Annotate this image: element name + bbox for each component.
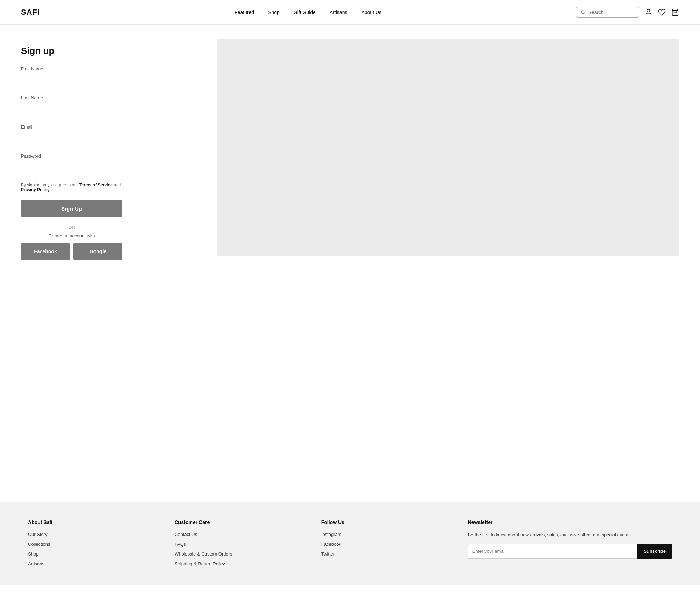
email-label: Email xyxy=(21,124,196,130)
footer-follow-links: Instagram Facebook Twitter xyxy=(321,531,457,557)
newsletter-description: Be the first to know about new arrivals,… xyxy=(468,531,672,538)
footer-link-shipping[interactable]: Shipping & Return Policy xyxy=(175,561,311,566)
footer-link-our-story[interactable]: Our Story xyxy=(28,531,164,537)
password-group: Password xyxy=(21,153,196,175)
user-icon xyxy=(645,8,652,16)
signup-image xyxy=(217,39,679,256)
footer-about-links: Our Story Collections Shop Artisans xyxy=(28,531,164,566)
footer-link-faqs[interactable]: FAQs xyxy=(175,541,311,547)
footer-link-shop[interactable]: Shop xyxy=(28,551,164,557)
email-group: Email xyxy=(21,124,196,146)
signup-form-side: Sign up First Name Last Name Email Passw… xyxy=(21,39,196,481)
footer-newsletter-heading: Newsletter xyxy=(468,519,672,525)
page-title: Sign up xyxy=(21,46,196,56)
footer-customer-care-links: Contact Us FAQs Wholesale & Custom Order… xyxy=(175,531,311,566)
footer-link-collections[interactable]: Collections xyxy=(28,541,164,547)
nav-item-about-us[interactable]: About Us xyxy=(361,9,382,15)
nav-item-featured[interactable]: Featured xyxy=(234,9,254,15)
privacy-policy-link[interactable]: Privacy Policy xyxy=(21,187,49,192)
main-content: Sign up First Name Last Name Email Passw… xyxy=(0,25,700,502)
footer-follow-heading: Follow Us xyxy=(321,519,457,525)
account-icon-button[interactable] xyxy=(645,8,652,16)
newsletter-subscribe-button[interactable]: Subscribe xyxy=(637,544,672,559)
search-icon xyxy=(581,9,586,15)
footer-link-facebook[interactable]: Facebook xyxy=(321,541,457,547)
terms-text: By signing up you agree to our Terms of … xyxy=(21,182,122,192)
divider-line-left xyxy=(21,227,64,227)
nav-list: Featured Shop Gift Guide Artisans About … xyxy=(234,9,382,15)
footer-newsletter: Newsletter Be the first to know about ne… xyxy=(468,519,672,571)
footer-link-artisans[interactable]: Artisans xyxy=(28,561,164,566)
social-buttons: Facebook Google xyxy=(21,243,122,260)
google-button[interactable]: Google xyxy=(74,243,122,260)
wishlist-icon-button[interactable] xyxy=(658,8,666,16)
newsletter-form: Subscribe xyxy=(468,544,672,559)
site-header: SAFI Featured Shop Gift Guide Artisans A… xyxy=(0,0,700,25)
first-name-input[interactable] xyxy=(21,74,122,88)
footer-customer-care-heading: Customer Care xyxy=(175,519,311,525)
footer-grid: About Safi Our Story Collections Shop Ar… xyxy=(28,519,672,571)
bag-icon xyxy=(671,8,679,16)
nav-item-gift-guide[interactable]: Gift Guide xyxy=(294,9,316,15)
nav-item-artisans[interactable]: Artisans xyxy=(330,9,348,15)
footer-link-instagram[interactable]: Instagram xyxy=(321,531,457,537)
password-label: Password xyxy=(21,153,196,159)
site-logo[interactable]: SAFI xyxy=(21,8,40,17)
create-account-text: Create an account with xyxy=(21,233,122,239)
site-footer: About Safi Our Story Collections Shop Ar… xyxy=(0,502,700,585)
svg-point-2 xyxy=(647,9,650,12)
facebook-button[interactable]: Facebook xyxy=(21,243,70,260)
footer-link-wholesale[interactable]: Wholesale & Custom Orders xyxy=(175,551,311,557)
footer-customer-care: Customer Care Contact Us FAQs Wholesale … xyxy=(175,519,311,571)
last-name-group: Last Name xyxy=(21,95,196,117)
email-input[interactable] xyxy=(21,132,122,146)
header-actions xyxy=(576,7,679,18)
main-nav: Featured Shop Gift Guide Artisans About … xyxy=(234,9,382,15)
svg-line-1 xyxy=(584,13,585,14)
first-name-label: First Name xyxy=(21,66,196,71)
footer-about-safi: About Safi Our Story Collections Shop Ar… xyxy=(28,519,164,571)
first-name-group: First Name xyxy=(21,66,196,88)
footer-follow-us: Follow Us Instagram Facebook Twitter xyxy=(321,519,457,571)
newsletter-email-input[interactable] xyxy=(468,544,637,559)
nav-item-shop[interactable]: Shop xyxy=(268,9,280,15)
last-name-label: Last Name xyxy=(21,95,196,101)
footer-about-heading: About Safi xyxy=(28,519,164,525)
last-name-input[interactable] xyxy=(21,103,122,117)
footer-link-twitter[interactable]: Twitter xyxy=(321,551,457,557)
divider-label: OR xyxy=(68,225,75,230)
terms-of-service-link[interactable]: Terms of Service xyxy=(79,182,113,187)
cart-icon-button[interactable] xyxy=(671,8,679,16)
search-box[interactable] xyxy=(576,7,639,18)
divider-line-right xyxy=(79,227,122,227)
heart-icon xyxy=(658,8,666,16)
password-input[interactable] xyxy=(21,161,122,175)
sign-up-button[interactable]: Sign Up xyxy=(21,200,122,217)
or-divider: OR xyxy=(21,225,122,230)
search-input[interactable] xyxy=(588,9,635,15)
footer-link-contact[interactable]: Contact Us xyxy=(175,531,311,537)
